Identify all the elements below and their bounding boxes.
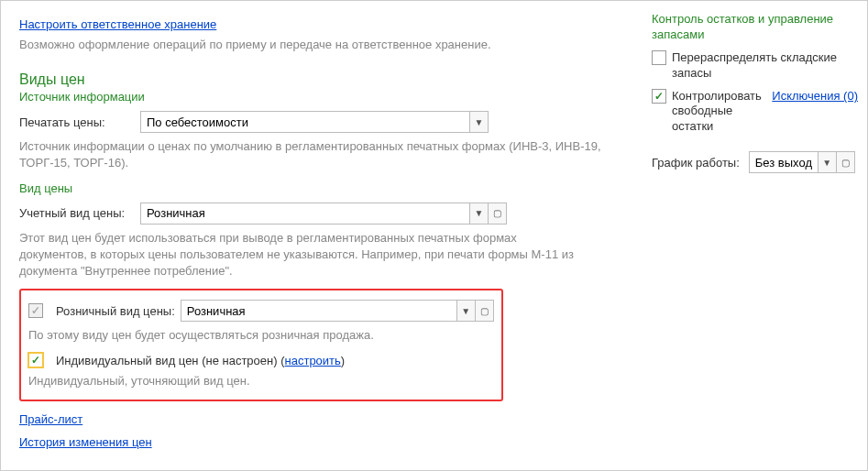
highlighted-section: Розничный вид цены: ▼ ▢ По этому виду це… — [19, 289, 503, 400]
stock-control-title: Контроль остатков и управление запасами — [652, 12, 858, 43]
retail-price-select[interactable]: ▼ ▢ — [181, 300, 494, 322]
retail-price-input[interactable] — [181, 301, 456, 321]
open-icon[interactable]: ▢ — [836, 152, 854, 172]
dropdown-icon[interactable]: ▼ — [456, 301, 475, 321]
pricelist-link[interactable]: Прайс-лист — [19, 412, 82, 426]
retail-price-label: Розничный вид цены: — [56, 304, 175, 318]
redistribute-stock-checkbox[interactable] — [652, 50, 666, 65]
schedule-label: График работы: — [652, 156, 740, 170]
source-subtitle: Источник информации — [19, 90, 624, 104]
print-prices-input[interactable] — [141, 112, 469, 132]
storage-desc: Возможно оформление операций по приему и… — [19, 37, 624, 53]
print-prices-select[interactable]: ▼ — [140, 111, 489, 133]
control-balance-label: Контролировать свободные остатки — [672, 89, 763, 136]
schedule-input[interactable] — [750, 152, 818, 172]
print-prices-label: Печатать цены: — [19, 115, 135, 129]
configure-storage-link[interactable]: Настроить ответственное хранение — [19, 17, 216, 31]
retail-price-checkbox — [28, 303, 43, 318]
schedule-select[interactable]: ▼ ▢ — [749, 151, 855, 173]
account-price-select[interactable]: ▼ ▢ — [140, 203, 507, 225]
retail-price-desc: По этому виду цен будет осуществляться р… — [28, 327, 494, 344]
account-price-desc: Этот вид цен будет использоваться при вы… — [19, 230, 588, 280]
individual-price-desc: Индивидуальный, уточняющий вид цен. — [28, 373, 494, 389]
account-price-input[interactable] — [141, 203, 469, 224]
account-price-label: Учетный вид цены: — [19, 206, 135, 220]
exceptions-link[interactable]: Исключения (0) — [772, 89, 858, 104]
prices-title: Виды цен — [19, 71, 624, 88]
dropdown-icon[interactable]: ▼ — [469, 203, 488, 224]
open-icon[interactable]: ▢ — [488, 203, 506, 224]
dropdown-icon[interactable]: ▼ — [818, 152, 836, 172]
individual-price-checkbox[interactable] — [28, 353, 43, 367]
dropdown-icon[interactable]: ▼ — [469, 112, 488, 132]
individual-price-label: Индивидуальный вид цен (не настроен) (на… — [56, 354, 345, 367]
control-balance-checkbox[interactable] — [652, 89, 666, 104]
source-desc: Источник информации о ценах по умолчанию… — [19, 138, 624, 171]
configure-individual-link[interactable]: настроить — [285, 354, 341, 367]
price-history-link[interactable]: История изменения цен — [19, 435, 152, 449]
type-subtitle: Вид цены — [19, 181, 624, 195]
open-icon[interactable]: ▢ — [475, 301, 493, 321]
redistribute-stock-label: Перераспределять складские запасы — [672, 50, 858, 82]
